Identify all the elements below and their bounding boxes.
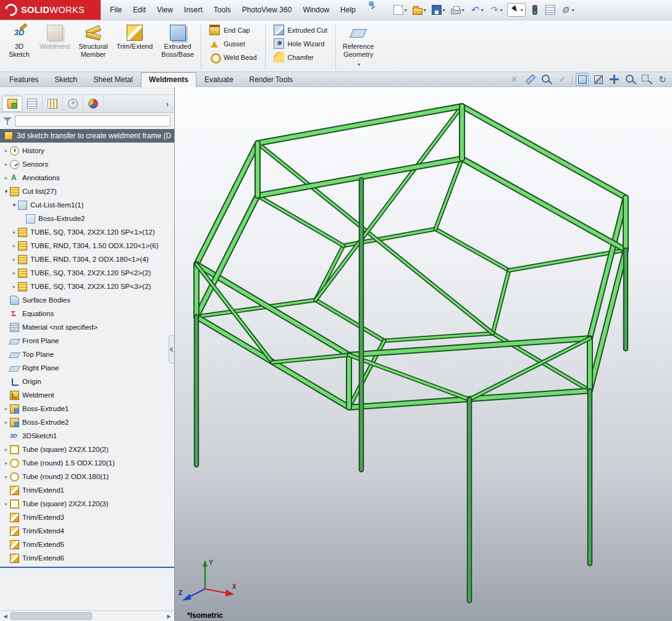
tab-weldments[interactable]: Weldments <box>141 72 196 87</box>
expand-arrow-icon[interactable]: ▸ <box>10 270 18 276</box>
ribbon-extruded-boss-base[interactable]: ExtrudedBoss/Base <box>158 23 198 60</box>
ribbon-weld-bead[interactable]: Weld Bead <box>207 51 259 64</box>
tree-item-tube-rnd-t304-2-odx-180-1-4[interactable]: ▸TUBE, RND, T304, 2 ODX.180<1>(4) <box>0 252 174 266</box>
quick-save[interactable]: ▾ <box>430 4 447 16</box>
expand-arrow-icon[interactable]: ▸ <box>10 256 18 262</box>
expand-arrow-icon[interactable]: ▸ <box>10 243 18 249</box>
orientation-triad[interactable]: Y X Z <box>178 556 240 605</box>
expand-arrow-icon[interactable]: ▾ <box>2 188 10 194</box>
tab-evaluate[interactable]: Evaluate <box>196 72 242 86</box>
tree-item-trim-extend6[interactable]: Trim/Extend6 <box>0 551 174 565</box>
tree-item-material-not-specified[interactable]: Material <not specified> <box>0 320 174 334</box>
panel-tab-configurationmanager-tab[interactable] <box>43 96 63 112</box>
scroll-left-button[interactable]: ◀ <box>0 611 10 621</box>
menu-tools[interactable]: Tools <box>208 4 237 16</box>
quick-file-properties[interactable] <box>544 4 556 16</box>
tree-item-sensors[interactable]: ▸Sensors <box>0 157 174 171</box>
quick-print[interactable]: ▾ <box>450 4 466 15</box>
expand-arrow-icon[interactable]: ▸ <box>2 175 10 181</box>
quick-options[interactable]: ▾ <box>560 4 576 16</box>
tab-render-tools[interactable]: Render Tools <box>242 72 301 86</box>
expand-arrow-icon[interactable]: ▸ <box>2 501 10 507</box>
section-view-icon[interactable] <box>592 73 605 86</box>
ribbon-gusset[interactable]: Gusset <box>207 37 259 50</box>
ribbon-hole-wizard[interactable]: Hole Wizard <box>271 37 330 50</box>
document-title-row[interactable]: 3d sketch transfer to create weldment fr… <box>0 129 174 143</box>
accept-icon[interactable] <box>556 73 569 86</box>
tree-item-history[interactable]: ▸History <box>0 144 174 157</box>
tree-item-trim-extend5[interactable]: Trim/Extend5 <box>0 538 174 551</box>
tree-item-tube-sq-t304-2x2x-120-sp-2-2[interactable]: ▸TUBE, SQ, T304, 2X2X.120 SP<2>(2) <box>0 266 174 280</box>
menu-help[interactable]: Help <box>335 4 361 16</box>
quick-undo[interactable]: ▾ <box>469 4 485 16</box>
panel-tab-displaymanager-tab[interactable] <box>83 96 104 112</box>
ribbon-structural-member[interactable]: StructuralMember <box>75 23 111 60</box>
expand-arrow-icon[interactable]: ▸ <box>2 446 10 452</box>
tree-item-right-plane[interactable]: Right Plane <box>0 361 174 375</box>
tree-item-weldment[interactable]: Weldment <box>0 388 174 402</box>
tree-item-tube-sq-t304-2x2x-120-sp-3-2[interactable]: ▸TUBE, SQ, T304, 2X2X.120 SP<3>(2) <box>0 280 174 293</box>
tree-item-tube-square-2x2x-120-2[interactable]: ▸Tube (square) 2X2X.120(2) <box>0 443 174 456</box>
expand-arrow-icon[interactable]: ▸ <box>10 283 18 290</box>
measure-icon[interactable] <box>524 73 537 86</box>
menu-photoview-360[interactable]: PhotoView 360 <box>237 4 298 16</box>
panel-tab-dimxpert-tab[interactable] <box>63 96 83 112</box>
tab-sketch[interactable]: Sketch <box>46 72 85 86</box>
tree-item-boss-extrude1[interactable]: ▸Boss-Extrude1 <box>0 402 174 415</box>
tree-item-trim-extend1[interactable]: Trim/Extend1 <box>0 483 174 497</box>
quick-new-document[interactable]: ▾ <box>392 4 408 16</box>
tree-item-boss-extrude2[interactable]: ▸Boss-Extrude2 <box>0 415 174 429</box>
panel-splitter-handle[interactable] <box>169 335 174 364</box>
tab-features[interactable]: Features <box>1 72 46 86</box>
ribbon-reference-geometry[interactable]: ReferenceGeometry▾ <box>339 23 378 70</box>
quick-rebuild[interactable] <box>529 4 541 16</box>
tree-item-trim-extend3[interactable]: Trim/Extend3 <box>0 511 174 524</box>
tree-item-tube-sq-t304-2x2x-120-sp-1-12[interactable]: ▸TUBE, SQ, T304, 2X2X.120 SP<1>(12) <box>0 225 174 239</box>
ribbon-end-cap[interactable]: End Cap <box>207 23 259 36</box>
menu-view[interactable]: View <box>151 4 178 16</box>
quick-open[interactable]: ▾ <box>411 4 427 16</box>
menu-edit[interactable]: Edit <box>127 4 151 16</box>
expand-arrow-icon[interactable]: ▾ <box>10 202 18 208</box>
tree-item-boss-extrude2[interactable]: Boss-Extrude2 <box>0 212 174 225</box>
tree-item-surface-bodies[interactable]: Surface Bodies <box>0 293 174 307</box>
expand-arrow-icon[interactable]: ▸ <box>2 460 10 466</box>
tree-item-3dsketch1[interactable]: 3DSketch1 <box>0 429 174 443</box>
ribbon-3d-sketch[interactable]: 3DSketch <box>4 23 35 60</box>
pushpin-icon[interactable] <box>368 0 376 10</box>
pan-icon[interactable] <box>608 73 621 86</box>
tree-item-trim-extend4[interactable]: Trim/Extend4 <box>0 524 174 538</box>
scroll-right-button[interactable]: ▶ <box>164 611 174 621</box>
tree-filter-input[interactable] <box>15 115 170 127</box>
tree-item-top-plane[interactable]: Top Plane <box>0 348 174 361</box>
display-style-icon[interactable] <box>576 73 589 86</box>
magnifier-icon[interactable] <box>540 73 553 86</box>
expand-arrow-icon[interactable]: ▸ <box>2 148 10 154</box>
zoom-in-icon[interactable] <box>624 73 637 86</box>
expand-arrow-icon[interactable]: ▸ <box>2 406 10 412</box>
panel-tab-propertymanager-tab[interactable] <box>22 96 43 112</box>
expand-arrow-icon[interactable]: ▸ <box>2 473 10 480</box>
cancel-icon[interactable] <box>508 73 521 86</box>
flyout-chevron-icon[interactable]: › <box>162 99 172 109</box>
scrollbar-thumb[interactable] <box>10 612 92 620</box>
ribbon-chamfer[interactable]: Chamfer <box>271 51 330 64</box>
zoom-area-icon[interactable] <box>640 73 653 86</box>
expand-arrow-icon[interactable]: ▸ <box>2 161 10 167</box>
tab-sheet-metal[interactable]: Sheet Metal <box>85 72 141 86</box>
expand-arrow-icon[interactable]: ▸ <box>10 229 18 235</box>
tree-item-cut-list-27[interactable]: ▾Cut list(27) <box>0 185 174 198</box>
menu-insert[interactable]: Insert <box>178 4 208 16</box>
tree-item-cut-list-item1-1[interactable]: ▾Cut-List-Item1(1) <box>0 198 174 212</box>
expand-arrow-icon[interactable]: ▸ <box>2 419 10 425</box>
tree-item-origin[interactable]: Origin <box>0 375 174 388</box>
panel-tab-featuremanager-tab[interactable] <box>2 96 22 112</box>
rollback-bar[interactable] <box>0 567 174 568</box>
tree-item-equations[interactable]: Equations <box>0 307 174 320</box>
ribbon-extruded-cut[interactable]: Extruded Cut <box>271 23 330 36</box>
rotate-view-icon[interactable] <box>656 73 669 86</box>
tree-item-tube-square-2x2x-120-3[interactable]: ▸Tube (square) 2X2X.120(3) <box>0 497 174 511</box>
ribbon-trim-extend[interactable]: Trim/Extend <box>112 23 156 52</box>
tree-item-tube-rnd-t304-1-50-odx-120-1-6[interactable]: ▸TUBE, RND, T304, 1.50 ODX.120<1>(6) <box>0 239 174 252</box>
tree-item-tube-round-2-odx-180-1[interactable]: ▸Tube (round) 2 ODX.180(1) <box>0 470 174 483</box>
